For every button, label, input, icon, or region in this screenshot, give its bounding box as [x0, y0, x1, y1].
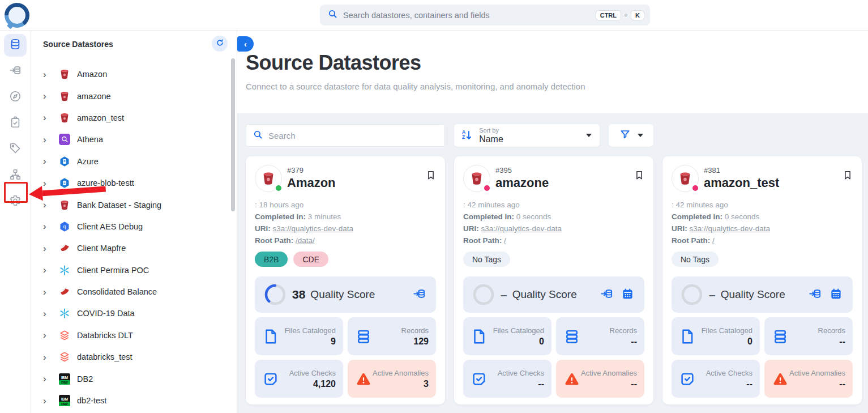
datastore-item[interactable]: › IBMDB2 db2-test	[41, 390, 221, 411]
app-logo[interactable]	[5, 3, 29, 28]
sidebar-item-datastores[interactable]	[4, 34, 27, 57]
quality-score-value: 38	[292, 288, 305, 301]
chevron-right-icon[interactable]: ›	[43, 200, 51, 210]
datastore-item[interactable]: › Amazon	[41, 63, 221, 85]
uri-link[interactable]: s3a://qualytics-dev-data	[273, 224, 354, 233]
card-search-input[interactable]: Search	[246, 124, 445, 147]
datastore-name[interactable]: Amazon	[287, 176, 336, 190]
quality-score-label: Quality Score	[512, 288, 600, 301]
sidebar-item-ingest[interactable]	[4, 60, 27, 83]
root-path-link[interactable]: /	[504, 236, 506, 245]
datastore-item[interactable]: › Databricks DLT	[41, 325, 221, 346]
svg-text:DB2: DB2	[61, 402, 68, 406]
page-subtitle: Connect to a source datastore for data q…	[246, 82, 585, 91]
last-run-text: : 42 minutes ago	[463, 199, 644, 211]
datastore-item[interactable]: › Client Permira POC	[41, 259, 221, 281]
chevron-right-icon[interactable]: ›	[43, 156, 51, 166]
sidebar-item-tags[interactable]	[4, 138, 27, 161]
datastore-card[interactable]: #381 amazon_test : 42 minutes ago Comple…	[662, 156, 862, 405]
calendar-icon[interactable]	[829, 287, 843, 303]
datastore-item[interactable]: › Athena	[41, 129, 221, 150]
datastore-card[interactable]: #379 Amazon : 18 hours ago Completed In:…	[246, 156, 445, 405]
no-tags-pill: No Tags	[463, 252, 510, 267]
check-note-icon	[679, 371, 696, 388]
active-anomalies-tile: Active Anomalies3	[348, 360, 436, 398]
datastore-item[interactable]: › COVID-19 Data	[41, 303, 221, 324]
uri-link[interactable]: s3a://qualytics-dev-data	[690, 224, 771, 233]
scan-datastore-icon[interactable]	[600, 287, 613, 303]
datastore-item[interactable]: › amazone	[41, 85, 221, 107]
bookmark-icon[interactable]	[634, 165, 644, 183]
chevron-right-icon[interactable]: ›	[43, 222, 51, 231]
active-anomalies-tile: Active Anomalies--	[556, 360, 644, 398]
check-note-icon	[471, 371, 488, 388]
chevron-right-icon[interactable]: ›	[43, 70, 51, 79]
datastore-name[interactable]: amazon_test	[704, 176, 779, 190]
chevron-right-icon[interactable]: ›	[43, 113, 51, 122]
annotation-highlight-box	[4, 182, 28, 203]
root-path-link[interactable]: /	[712, 236, 715, 245]
datastore-item[interactable]: › IBMDB2 DB2	[41, 368, 221, 389]
chevron-right-icon[interactable]: ›	[43, 330, 51, 340]
datastore-card[interactable]: #395 amazone : 42 minutes ago Completed …	[454, 156, 653, 405]
datastore-name[interactable]: amazone	[495, 176, 549, 190]
scan-datastore-icon[interactable]	[809, 287, 822, 303]
datastore-item[interactable]: › Client Mapfre	[41, 237, 221, 259]
refresh-button[interactable]	[212, 36, 228, 52]
chevron-right-icon[interactable]: ›	[43, 352, 51, 362]
file-icon	[471, 328, 488, 345]
calendar-icon[interactable]	[621, 287, 634, 303]
chevron-right-icon[interactable]: ›	[43, 91, 51, 101]
global-search-input[interactable]: Search datastores, containers and fields…	[320, 5, 650, 25]
sidebar-item-explore[interactable]	[4, 86, 27, 109]
quality-gauge	[472, 283, 495, 306]
bookmark-icon[interactable]	[843, 165, 853, 183]
datastore-name: amazone	[77, 92, 111, 101]
collapse-panel-button[interactable]: ‹	[237, 36, 254, 52]
chevron-right-icon[interactable]: ›	[43, 135, 51, 144]
active-anomalies-tile: Active Anomalies--	[764, 360, 853, 398]
records-icon	[563, 328, 580, 345]
tag-pill[interactable]: CDE	[293, 252, 328, 267]
datastore-name: Client Mapfre	[77, 244, 126, 253]
ingest-database-icon	[9, 64, 22, 79]
sort-dropdown[interactable]: AZ Sort by Name	[454, 124, 600, 147]
sqlserver-icon	[59, 286, 70, 297]
records-icon	[772, 328, 789, 345]
file-icon	[262, 328, 279, 345]
panel-scrollbar[interactable]	[231, 58, 235, 211]
datastore-avatar	[672, 165, 699, 192]
shortcut-plus: +	[624, 11, 628, 19]
funnel-icon	[619, 129, 631, 142]
datastore-item[interactable]: › databricks_test	[41, 346, 221, 368]
datastore-name: db2-test	[77, 396, 106, 405]
datastore-item[interactable]: › Consolidated Balance	[41, 281, 221, 303]
datastore-item[interactable]: › amazon_test	[41, 107, 221, 129]
databricks-icon	[59, 330, 70, 341]
datastore-name: DB2	[77, 374, 93, 384]
bookmark-icon[interactable]	[426, 165, 436, 183]
datastore-avatar	[463, 165, 490, 192]
datastore-avatar	[255, 165, 282, 192]
chevron-right-icon[interactable]: ›	[43, 396, 51, 406]
chevron-right-icon[interactable]: ›	[43, 244, 51, 253]
no-tags-pill: No Tags	[672, 252, 719, 267]
records-tile: Records--	[556, 317, 644, 355]
sidebar-item-checks[interactable]	[4, 112, 27, 135]
filter-dropdown[interactable]	[609, 124, 653, 147]
tag-pill[interactable]: B2B	[255, 252, 288, 267]
scan-datastore-icon[interactable]	[413, 287, 426, 303]
chevron-right-icon[interactable]: ›	[43, 287, 51, 297]
datastore-item[interactable]: › q Client AES Debug	[41, 216, 221, 237]
global-search-placeholder: Search datastores, containers and fields	[343, 11, 596, 20]
chevron-right-icon[interactable]: ›	[43, 309, 51, 318]
datastore-item[interactable]: › Azure	[41, 151, 221, 172]
chevron-right-icon[interactable]: ›	[43, 374, 51, 384]
root-path-link[interactable]: /data/	[296, 236, 315, 245]
uri-link[interactable]: s3a://qualytics-dev-data	[481, 224, 562, 233]
db2-icon: IBMDB2	[59, 373, 70, 385]
svg-text:IBM: IBM	[61, 397, 69, 401]
chevron-down-icon	[638, 134, 643, 137]
chevron-right-icon[interactable]: ›	[43, 265, 51, 275]
datastore-name: amazon_test	[77, 113, 124, 122]
